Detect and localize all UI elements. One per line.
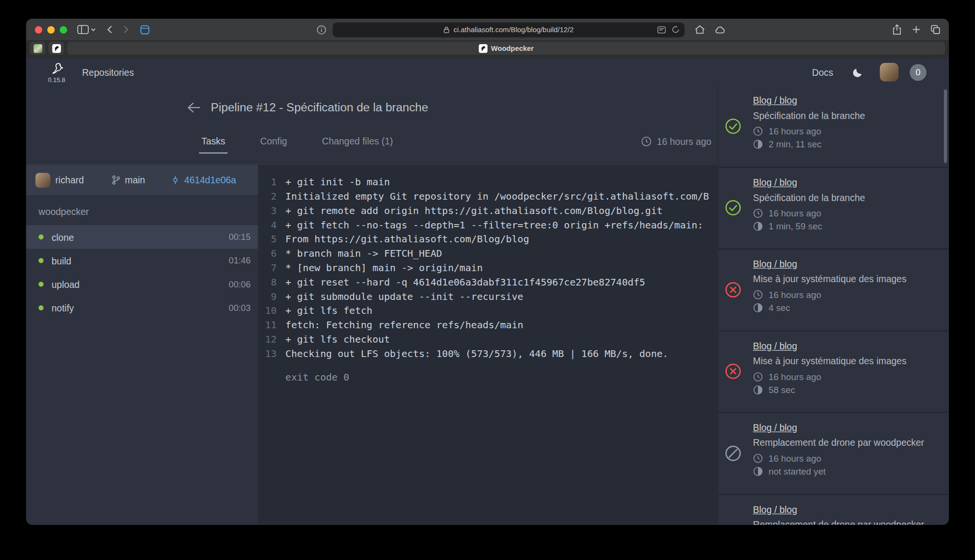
step-name: build xyxy=(52,255,71,266)
build-time: 16 hours ago xyxy=(753,208,940,218)
clock-icon xyxy=(753,290,763,300)
pinned-tab-2[interactable] xyxy=(48,42,64,55)
step-duration: 00:06 xyxy=(229,279,250,289)
build-card[interactable]: Blog / blog Spécification de la branche … xyxy=(718,86,949,167)
home-icon[interactable] xyxy=(695,25,705,34)
steps-panel: richard main xyxy=(26,165,258,524)
branch-name: main xyxy=(125,175,145,185)
step-build[interactable]: build 01:46 xyxy=(26,249,258,272)
app-header: 0.15.8 Repositories Docs 0 xyxy=(26,59,949,86)
reload-icon[interactable] xyxy=(672,25,680,34)
start-page-icon[interactable] xyxy=(140,24,150,35)
step-notify[interactable]: notify 00:03 xyxy=(26,296,258,320)
branch-icon xyxy=(111,175,120,185)
pipeline-work-area: richard main xyxy=(26,165,717,524)
tab-tasks[interactable]: Tasks xyxy=(199,136,228,154)
desktop: ci.athaliasoft.com/Blog/blog/build/12/2 xyxy=(0,0,975,560)
build-duration-text: 2 min, 11 sec xyxy=(769,139,821,149)
step-duration: 00:15 xyxy=(229,232,250,242)
commit-hash-link[interactable]: 4614d1e06a xyxy=(184,175,236,185)
user-avatar[interactable] xyxy=(880,63,899,82)
clock-icon xyxy=(642,136,652,147)
log-line: 9+ git submodule update --init --recursi… xyxy=(258,290,718,304)
step-upload[interactable]: upload 00:06 xyxy=(26,273,258,296)
build-card[interactable]: Blog / blog Mise à jour systématique des… xyxy=(718,331,949,413)
back-icon[interactable] xyxy=(107,25,113,34)
woodpecker-favicon xyxy=(478,44,487,52)
build-card[interactable]: Blog / blog Remplacement de drone par wo… xyxy=(718,413,949,494)
build-duration-text: 4 sec xyxy=(769,303,790,313)
woodpecker-logo-icon xyxy=(48,61,65,78)
tab-config[interactable]: Config xyxy=(258,136,290,154)
line-text: Checking out LFS objects: 100% (573/573)… xyxy=(285,347,668,361)
line-text: Initialized empty Git repository in /woo… xyxy=(285,190,709,204)
dark-mode-toggle-icon[interactable] xyxy=(852,66,864,78)
pinned-tab-2-favicon xyxy=(52,44,60,52)
back-arrow-icon[interactable] xyxy=(187,101,201,114)
author-avatar xyxy=(36,173,50,188)
nav-docs[interactable]: Docs xyxy=(812,67,833,77)
build-message: Remplacement de drone par woodpecker xyxy=(753,519,940,524)
sidebar-icon[interactable] xyxy=(77,25,89,34)
chevron-down-icon[interactable] xyxy=(91,28,95,32)
failure-icon xyxy=(725,363,741,380)
line-number: 11 xyxy=(258,319,277,333)
commit-icon xyxy=(171,175,180,185)
pipeline-title: Pipeline #12 - Spécification de la branc… xyxy=(211,101,428,115)
clock-icon xyxy=(753,453,763,464)
tab-changed-files[interactable]: Changed files (1) xyxy=(320,136,395,154)
close-window-button[interactable] xyxy=(35,26,43,34)
clock-icon xyxy=(753,126,763,136)
notification-badge[interactable]: 0 xyxy=(910,64,927,81)
duration-icon xyxy=(753,139,763,149)
line-number: 9 xyxy=(258,290,277,304)
address-bar-actions xyxy=(657,22,680,37)
log-line: 13Checking out LFS objects: 100% (573/57… xyxy=(258,347,718,361)
clock-icon xyxy=(753,208,763,218)
build-card[interactable]: Blog / blog Mise à jour systématique des… xyxy=(718,250,949,331)
line-number: 3 xyxy=(258,204,277,218)
build-repo-link[interactable]: Blog / blog xyxy=(753,422,797,433)
build-time: 16 hours ago xyxy=(753,371,940,381)
success-icon xyxy=(725,200,741,216)
step-name: upload xyxy=(52,279,80,289)
woodpecker-logo[interactable]: 0.15.8 xyxy=(40,61,73,83)
build-repo-link[interactable]: Blog / blog xyxy=(753,504,797,514)
build-repo-link[interactable]: Blog / blog xyxy=(753,259,797,269)
sidebar-scrollbar[interactable] xyxy=(944,90,947,163)
build-card[interactable]: Blog / blog Remplacement de drone par wo… xyxy=(718,495,949,525)
pinned-tab-1[interactable] xyxy=(30,42,45,55)
info-icon[interactable] xyxy=(317,24,327,35)
maximize-window-button[interactable] xyxy=(59,26,67,34)
step-status-dot xyxy=(38,235,43,239)
line-number: 1 xyxy=(258,175,277,190)
forward-icon[interactable] xyxy=(123,25,129,34)
tab-overview-icon[interactable] xyxy=(931,25,940,34)
cloud-icon[interactable] xyxy=(714,25,725,34)
nav-repositories[interactable]: Repositories xyxy=(82,67,134,77)
new-tab-icon[interactable] xyxy=(912,25,920,34)
active-tab[interactable]: Woodpecker xyxy=(67,42,945,55)
page-options-icon[interactable] xyxy=(657,26,666,34)
share-icon[interactable] xyxy=(892,24,902,35)
address-bar[interactable]: ci.athaliasoft.com/Blog/blog/build/12/2 xyxy=(333,22,684,37)
build-repo-link[interactable]: Blog / blog xyxy=(753,95,797,106)
minimize-window-button[interactable] xyxy=(47,26,55,34)
exit-code: exit code 0 xyxy=(285,370,718,385)
build-repo-link[interactable]: Blog / blog xyxy=(753,341,797,351)
clock-icon xyxy=(753,371,763,381)
log-line: 6* branch main -> FETCH_HEAD xyxy=(258,247,718,261)
line-text: * branch main -> FETCH_HEAD xyxy=(285,247,442,261)
line-number: 13 xyxy=(258,347,277,361)
commit-info: 4614d1e06a xyxy=(171,175,236,185)
line-number: 12 xyxy=(258,333,277,347)
log-line: 2Initialized empty Git repository in /wo… xyxy=(258,190,718,204)
build-card[interactable]: Blog / blog Spécification de la branche … xyxy=(718,167,949,249)
header-actions: Docs 0 xyxy=(812,63,927,82)
line-text: + git lfs fetch xyxy=(285,304,372,319)
log-line: 11fetch: Fetching reference refs/heads/m… xyxy=(258,319,718,333)
build-repo-link[interactable]: Blog / blog xyxy=(753,177,797,188)
log-line: 1+ git init -b main xyxy=(258,175,718,190)
workflow-name: woodpecker xyxy=(26,196,258,225)
step-clone[interactable]: clone 00:15 xyxy=(26,225,258,249)
